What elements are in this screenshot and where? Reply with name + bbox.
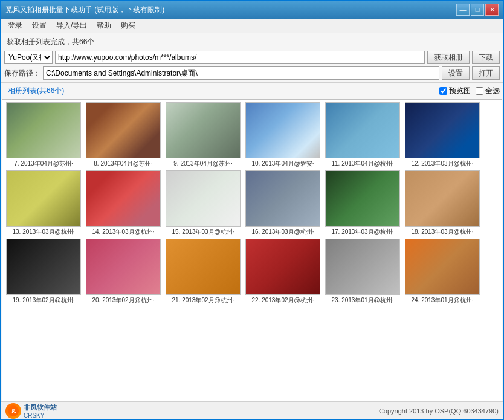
path-input[interactable] bbox=[43, 66, 439, 80]
window-controls: — □ ✕ bbox=[456, 4, 499, 16]
logo-text: 非凤软件站 CRSKY bbox=[24, 403, 57, 419]
select-all-checkbox[interactable] bbox=[476, 87, 483, 95]
thumbnail-label: 19. 2013年02月@杭州· bbox=[6, 296, 81, 305]
thumbnail-label: 23. 2013年01月@杭州· bbox=[325, 296, 400, 305]
thumbnail-image bbox=[166, 102, 241, 158]
list-item[interactable]: 13. 2013年03月@杭州· bbox=[5, 170, 82, 236]
fetch-album-button[interactable]: 获取相册 bbox=[427, 51, 470, 64]
thumbnail-image bbox=[6, 239, 81, 295]
window-title: 觅风又拍相册批量下载助手 (试用版，下载有限制) bbox=[5, 5, 164, 15]
list-item[interactable]: 20. 2013年02月@杭州· bbox=[85, 239, 162, 305]
thumbnail-label: 24. 2013年01月@杭州· bbox=[405, 296, 480, 305]
thumbnail-image bbox=[325, 102, 400, 158]
preview-checkbox[interactable] bbox=[439, 87, 447, 95]
select-all-checkbox-label[interactable]: 全选 bbox=[476, 86, 500, 96]
path-row: 保存路径： 设置 打开 bbox=[4, 66, 500, 80]
url-input[interactable] bbox=[55, 51, 425, 64]
path-settings-button[interactable]: 设置 bbox=[442, 66, 470, 80]
thumbnail-image bbox=[86, 239, 161, 295]
album-list-link[interactable]: 相册列表(共66个) bbox=[8, 86, 64, 95]
thumbnail-label: 11. 2013年04月@杭州· bbox=[325, 160, 400, 168]
thumbnail-label: 9. 2013年04月@苏州· bbox=[166, 160, 241, 168]
preview-label: 预览图 bbox=[449, 86, 471, 96]
menu-buy[interactable]: 购买 bbox=[116, 19, 140, 32]
list-item[interactable]: 22. 2013年02月@杭州· bbox=[244, 239, 321, 305]
menu-bar: 登录 设置 导入/导出 帮助 购买 bbox=[1, 19, 503, 33]
preview-checkbox-label[interactable]: 预览图 bbox=[439, 86, 471, 96]
thumbnail-label: 10. 2013年04月@磐安· bbox=[245, 160, 320, 168]
thumbnail-image bbox=[245, 102, 320, 158]
thumbnail-label: 14. 2013年03月@杭州· bbox=[86, 228, 161, 236]
thumbnail-label: 12. 2013年03月@杭州· bbox=[405, 160, 480, 168]
minimize-button[interactable]: — bbox=[456, 4, 470, 16]
menu-import-export[interactable]: 导入/导出 bbox=[51, 19, 92, 32]
list-item[interactable]: 15. 2013年03月@杭州· bbox=[164, 170, 242, 236]
bottom-bar: 凤 非凤软件站 CRSKY Copyright 2013 by OSP(QQ:6… bbox=[1, 401, 503, 419]
menu-settings[interactable]: 设置 bbox=[27, 19, 51, 32]
thumbnail-image bbox=[166, 170, 241, 227]
list-item[interactable]: 16. 2013年03月@杭州· bbox=[244, 170, 321, 236]
bottom-logo: 凤 非凤软件站 CRSKY bbox=[5, 403, 57, 419]
title-bar: 觅风又拍相册批量下载助手 (试用版，下载有限制) — □ ✕ bbox=[1, 1, 503, 19]
options-row: 预览图 全选 bbox=[439, 86, 500, 96]
path-label: 保存路径： bbox=[4, 68, 40, 79]
thumbnail-image bbox=[166, 239, 241, 295]
toolbar: 获取相册列表完成，共66个 YuPoo(又拍) 获取相册 下载 保存路径： 设置… bbox=[1, 33, 503, 83]
thumbnail-label: 18. 2013年03月@杭州· bbox=[405, 228, 480, 236]
thumbnail-image bbox=[86, 170, 161, 227]
album-list-header: 相册列表(共66个) bbox=[4, 84, 68, 98]
list-item[interactable]: 12. 2013年03月@杭州· bbox=[404, 102, 481, 168]
list-item[interactable]: 11. 2013年04月@杭州· bbox=[324, 102, 401, 168]
download-button[interactable]: 下载 bbox=[472, 51, 500, 64]
logo-icon: 凤 bbox=[5, 403, 21, 419]
thumbnail-image bbox=[245, 239, 320, 295]
thumbnail-image bbox=[405, 170, 480, 227]
thumbnail-image bbox=[86, 102, 161, 158]
thumbnail-label: 22. 2013年02月@杭州· bbox=[245, 296, 320, 305]
list-item[interactable]: 14. 2013年03月@杭州· bbox=[85, 170, 162, 236]
thumbnail-label: 15. 2013年03月@杭州· bbox=[166, 228, 241, 236]
list-item[interactable]: 7. 2013年04月@苏州· bbox=[5, 102, 82, 168]
thumbnail-image bbox=[405, 102, 480, 158]
thumbnail-image bbox=[325, 239, 400, 295]
path-open-button[interactable]: 打开 bbox=[472, 66, 500, 80]
list-item[interactable]: 24. 2013年01月@杭州· bbox=[404, 239, 481, 305]
thumbnail-image bbox=[6, 102, 81, 158]
list-item[interactable]: 21. 2013年02月@杭州· bbox=[164, 239, 242, 305]
list-item[interactable]: 23. 2013年01月@杭州· bbox=[324, 239, 401, 305]
thumbnail-label: 16. 2013年03月@杭州· bbox=[245, 228, 320, 236]
menu-help[interactable]: 帮助 bbox=[92, 19, 116, 32]
copyright-text: Copyright 2013 by OSP(QQ:603434790) bbox=[379, 407, 499, 415]
thumbnail-label: 8. 2013年04月@苏州· bbox=[86, 160, 161, 168]
list-item[interactable]: 10. 2013年04月@磐安· bbox=[244, 102, 321, 168]
gallery-container: 7. 2013年04月@苏州·8. 2013年04月@苏州·9. 2013年04… bbox=[2, 99, 502, 401]
status-message: 获取相册列表完成，共66个 bbox=[4, 36, 500, 48]
thumbnail-label: 21. 2013年02月@杭州· bbox=[166, 296, 241, 305]
thumbnail-label: 17. 2013年03月@杭州· bbox=[325, 228, 400, 236]
maximize-button[interactable]: □ bbox=[471, 4, 484, 16]
thumbnail-image bbox=[405, 239, 480, 295]
gallery-scroll: 7. 2013年04月@苏州·8. 2013年04月@苏州·9. 2013年04… bbox=[2, 100, 502, 401]
list-item[interactable]: 8. 2013年04月@苏州· bbox=[85, 102, 162, 168]
list-item[interactable]: 18. 2013年03月@杭州· bbox=[404, 170, 481, 236]
close-button[interactable]: ✕ bbox=[485, 4, 499, 16]
thumbnail-label: 7. 2013年04月@苏州· bbox=[6, 160, 81, 168]
menu-login[interactable]: 登录 bbox=[3, 19, 27, 32]
main-window: 觅风又拍相册批量下载助手 (试用版，下载有限制) — □ ✕ 登录 设置 导入/… bbox=[0, 0, 504, 420]
thumbnail-image bbox=[245, 170, 320, 227]
list-item[interactable]: 19. 2013年02月@杭州· bbox=[5, 239, 82, 305]
thumbnail-image bbox=[325, 170, 400, 227]
thumbnail-image bbox=[6, 170, 81, 227]
thumbnail-label: 13. 2013年03月@杭州· bbox=[6, 228, 81, 236]
list-item[interactable]: 17. 2013年03月@杭州· bbox=[324, 170, 401, 236]
select-all-label: 全选 bbox=[485, 86, 500, 96]
url-row: YuPoo(又拍) 获取相册 下载 bbox=[4, 51, 500, 64]
list-item[interactable]: 9. 2013年04月@苏州· bbox=[164, 102, 242, 168]
svg-text:凤: 凤 bbox=[11, 409, 16, 413]
site-selector[interactable]: YuPoo(又拍) bbox=[4, 51, 53, 64]
thumbnail-label: 20. 2013年02月@杭州· bbox=[86, 296, 161, 305]
